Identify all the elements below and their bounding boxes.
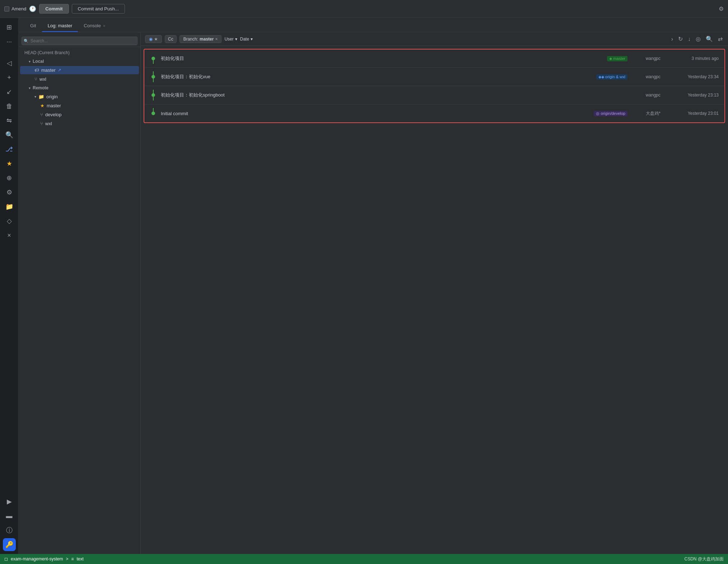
wxl-label: wxl (39, 76, 46, 82)
master-branch-icon: 🏷 (34, 67, 39, 73)
sidebar-controls (19, 35, 140, 47)
sidebar-item-wxl[interactable]: ⑂ wxl (20, 75, 139, 83)
commit-author-1: wangpc (632, 56, 661, 61)
refresh-button[interactable]: ↻ (677, 34, 684, 43)
tag-origin-2: ◈◈ origin & wxl (596, 74, 627, 80)
folder-button[interactable]: 📁 (3, 200, 16, 213)
head-label: HEAD (Current Branch) (24, 50, 70, 55)
tab-git[interactable]: Git (24, 20, 42, 32)
sidebar-section-remote[interactable]: ▾ Remote (20, 84, 139, 92)
collapse-button[interactable]: ◁ (3, 57, 16, 70)
filter-button[interactable]: ◉ ★ (145, 35, 162, 43)
commit-dot-2 (151, 75, 155, 79)
star-icon: ★ (6, 160, 12, 168)
wxl-branch-icon: ⑂ (34, 76, 37, 82)
origin-wxl-label: wxl (45, 121, 52, 126)
activity-settings-button[interactable]: ⚙ (3, 186, 16, 199)
diamond-button[interactable]: ◇ (3, 215, 16, 227)
terminal-button[interactable]: ▬ (3, 509, 16, 522)
branch-filter-name: master (200, 37, 214, 42)
commit-dot-1 (151, 57, 155, 60)
commit-row[interactable]: 初始化项目 ◈ master wangpc 3 minutes ago (144, 50, 724, 68)
amend-label: Amend (11, 6, 26, 11)
terminal-icon: ▬ (6, 512, 13, 520)
tab-console[interactable]: Console × (78, 20, 111, 32)
graph-col-3 (150, 90, 157, 100)
apps-icon: ⊞ (6, 23, 12, 31)
key-icon: 🔑 (5, 541, 13, 549)
search-icon: 🔍 (5, 131, 13, 139)
more-button[interactable]: ··· (3, 35, 16, 48)
sidebar-search-input[interactable] (22, 37, 137, 45)
sidebar-item-origin-folder[interactable]: ▾ 📁 origin (20, 93, 139, 101)
activity-settings-icon: ⚙ (6, 188, 12, 196)
commit-push-button[interactable]: Commit and Push... (72, 4, 125, 14)
folder-icon: 📁 (5, 203, 13, 211)
sidebar-section-local[interactable]: ▾ Local (20, 57, 139, 65)
amend-checkbox-label[interactable]: Amend (4, 6, 26, 11)
local-label: Local (33, 59, 44, 64)
run-button[interactable]: ▶ (3, 495, 16, 508)
graph-icon: ⎇ (5, 145, 13, 153)
key-button[interactable]: 🔑 → (3, 538, 16, 551)
commit-row[interactable]: 初始化项目：初始化vue ◈◈ origin & wxl wangpc Yest… (144, 68, 724, 86)
sidebar-item-master[interactable]: 🏷 master ↗ (20, 66, 139, 74)
chevron-right-button[interactable]: › (670, 35, 674, 43)
circle-button[interactable]: ◎ (695, 34, 702, 43)
commit-message-4: Initial commit (161, 111, 589, 116)
plus-circle-icon: ⊕ (6, 174, 12, 182)
origin-master-star-icon: ★ (40, 103, 45, 108)
commit-time-3: Yesterday 23:13 (665, 93, 719, 98)
origin-chevron: ▾ (34, 95, 36, 99)
origin-folder-icon: 📁 (38, 94, 44, 99)
add-button[interactable]: + (3, 71, 16, 84)
sidebar-item-develop[interactable]: ⑂ develop (20, 111, 139, 119)
commit-time-2: Yesterday 23:34 (665, 74, 719, 79)
commit-button[interactable]: Commit (39, 4, 69, 14)
plus-circle-button[interactable]: ⊕ (3, 171, 16, 184)
commit-author-3: wangpc (632, 93, 661, 98)
merge-button[interactable]: ⇋ (3, 114, 16, 127)
branch-filter[interactable]: Branch: master × (179, 35, 222, 43)
tag-develop-4: ◎ origin/develop (594, 111, 627, 116)
status-bar: ◻ exam-management-system > ≡ text CSDN @… (0, 554, 728, 564)
merge-icon: ⇋ (6, 117, 12, 124)
commit-row[interactable]: Initial commit ◎ origin/develop 大盘鸡* Yes… (144, 104, 724, 122)
arrow-in-button[interactable]: ↙ (3, 85, 16, 98)
settings-gear-button[interactable]: ⚙ (719, 5, 724, 12)
status-right-text: CSDN @大盘鸡加面 (684, 556, 724, 562)
master-label: master (41, 67, 56, 73)
develop-label: develop (45, 112, 62, 117)
amend-checkbox[interactable] (4, 6, 9, 11)
log-panel: ◉ ★ Cc Branch: master × User (141, 32, 728, 554)
sidebar-item-head[interactable]: HEAD (Current Branch) (20, 49, 139, 57)
swap-button[interactable]: ⇄ (717, 34, 724, 43)
graph-button[interactable]: ⎇ (3, 143, 16, 156)
info-button[interactable]: ⓘ (3, 524, 16, 537)
console-close-icon[interactable]: × (103, 24, 105, 28)
trash-button[interactable]: 🗑 (3, 100, 16, 113)
commit-dot-4 (151, 112, 155, 115)
star-button[interactable]: ★ (3, 157, 16, 170)
commit-time-1: 3 minutes ago (665, 56, 719, 61)
apps-button[interactable]: ⊞ (3, 21, 16, 34)
cc-button[interactable]: Cc (165, 35, 177, 43)
tab-log[interactable]: Log: master (42, 20, 78, 32)
log-search-button[interactable]: 🔍 (705, 34, 714, 43)
branch-filter-close-icon[interactable]: × (215, 37, 218, 42)
content-area: HEAD (Current Branch) ▾ Local 🏷 master ↗ (19, 32, 728, 554)
commit-row[interactable]: 初始化项目：初始化springboot wangpc Yesterday 23:… (144, 86, 724, 104)
close-x-button[interactable]: × (3, 229, 16, 242)
sidebar-item-origin-wxl[interactable]: ⑂ wxl (20, 119, 139, 128)
user-filter-button[interactable]: User ▾ (224, 37, 237, 42)
date-filter-button[interactable]: Date ▾ (240, 37, 253, 42)
origin-label: origin (46, 94, 58, 99)
trash-icon: 🗑 (6, 103, 13, 110)
info-icon: ⓘ (6, 526, 13, 535)
commit-time-4: Yesterday 23:01 (665, 111, 719, 116)
sidebar-item-origin-master[interactable]: ★ master (20, 102, 139, 110)
search-button[interactable]: 🔍 (3, 128, 16, 141)
diamond-icon: ◇ (7, 217, 12, 225)
history-icon: 🕐 (29, 5, 36, 12)
arrow-down-button[interactable]: ↓ (687, 35, 692, 43)
